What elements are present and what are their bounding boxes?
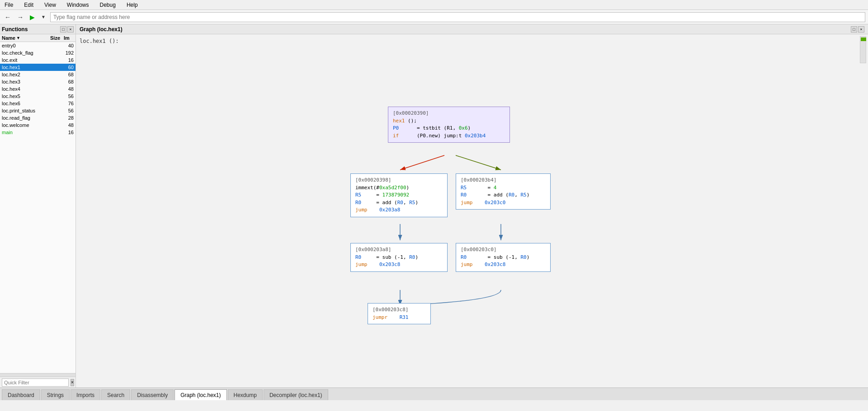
node-left[interactable]: [0x00020398] immext(#0xa5d2f00) R5 = 173… <box>350 173 448 217</box>
tab-decompiler--loc-hex1-[interactable]: Decompiler (loc.hex1) <box>264 389 328 400</box>
functions-header: Functions □ × <box>0 24 75 34</box>
node-mid-right[interactable]: [0x000203c0] R0 = sub (-1, R0) jump 0x20… <box>456 243 551 272</box>
node-left-addr: [0x00020398] <box>355 177 443 184</box>
func-size-label: 48 <box>57 86 75 92</box>
func-size-label: 16 <box>57 57 75 63</box>
node-mid-left-line1: R0 = sub (-1, R0) <box>355 254 443 262</box>
menubar: File Edit View Windows Debug Help <box>0 0 868 10</box>
tab-imports[interactable]: Imports <box>71 389 100 400</box>
col-header-name[interactable]: Name ▼ <box>0 34 44 42</box>
func-row-loc-hex2[interactable]: loc.hex268 <box>0 71 75 78</box>
node-root-line3: if (P0.new) jump:t 0x203b4 <box>393 132 505 140</box>
node-root[interactable]: [0x00020390] hex1 (); P0 = tstbit (R1, 0… <box>388 107 510 143</box>
graph-title: Graph (loc.hex1) <box>80 26 123 33</box>
func-size-label: 68 <box>57 79 75 85</box>
func-name-label: loc.read_flag <box>0 115 57 121</box>
func-label: loc.hex1 (): <box>80 38 119 44</box>
node-right-line3: jump 0x203c0 <box>461 199 546 207</box>
menu-file[interactable]: File <box>2 1 16 9</box>
func-row-loc-hex4[interactable]: loc.hex448 <box>0 85 75 93</box>
func-name-label: loc.hex5 <box>0 93 57 99</box>
quick-filter-input[interactable] <box>2 378 69 387</box>
tab-disassembly[interactable]: Disassembly <box>131 389 174 400</box>
bottom-tabs: DashboardStringsImportsSearchDisassembly… <box>0 388 868 400</box>
toolbar: ← → ▶ ▼ <box>0 10 868 24</box>
func-row-loc-hex6[interactable]: loc.hex676 <box>0 100 75 107</box>
col-header-imp[interactable]: Im <box>62 34 75 42</box>
func-size-label: 48 <box>57 122 75 128</box>
node-right-line2: R0 = add (R0, R5) <box>461 191 546 199</box>
func-row-loc-print_status[interactable]: loc.print_status56 <box>0 107 75 114</box>
main-layout: Functions □ × Name ▼ Size Im entry040loc… <box>0 24 868 388</box>
run-button[interactable]: ▶ <box>28 13 37 22</box>
func-row-loc-hex5[interactable]: loc.hex556 <box>0 93 75 100</box>
address-input[interactable] <box>50 12 865 22</box>
svg-line-3 <box>400 155 444 170</box>
graph-minimize-button[interactable]: □ <box>851 26 857 33</box>
func-size-label: 68 <box>57 71 75 78</box>
functions-panel-title: Functions <box>2 26 28 33</box>
node-left-line1: immext(#0xa5d2f00) <box>355 184 443 192</box>
func-name-label: loc.hex3 <box>0 79 57 85</box>
functions-scrollbar[interactable] <box>0 373 75 377</box>
func-name-label: loc.exit <box>0 57 57 63</box>
node-bottom[interactable]: [0x000203c8] jumpr R31 <box>368 303 431 324</box>
graph-close-button[interactable]: × <box>858 26 864 33</box>
node-bottom-line1: jumpr R31 <box>373 314 426 322</box>
func-row-main[interactable]: main16 <box>0 129 75 136</box>
func-name-label: loc.check_flag <box>0 50 57 56</box>
func-name-label: loc.hex6 <box>0 100 57 107</box>
menu-view[interactable]: View <box>42 1 59 9</box>
node-bottom-addr: [0x000203c8] <box>373 306 426 314</box>
tab-hexdump[interactable]: Hexdump <box>228 389 263 400</box>
graph-header-controls: □ × <box>851 26 864 33</box>
func-size-label: 56 <box>57 93 75 99</box>
panel-close-button[interactable]: × <box>67 26 74 33</box>
node-root-line2: P0 = tstbit (R1, 0x6) <box>393 125 505 132</box>
func-size-label: 28 <box>57 115 75 121</box>
node-root-line1: hex1 (); <box>393 117 505 125</box>
graph-area: Graph (loc.hex1) □ × loc.hex1 (): <box>76 24 868 388</box>
menu-debug[interactable]: Debug <box>97 1 118 9</box>
menu-help[interactable]: Help <box>124 1 141 9</box>
tab-graph--loc-hex1-[interactable]: Graph (loc.hex1) <box>175 389 226 400</box>
func-size-label: 76 <box>57 100 75 107</box>
graph-content[interactable]: loc.hex1 (): <box>76 34 868 388</box>
func-row-loc-welcome[interactable]: loc.welcome48 <box>0 121 75 129</box>
panel-controls: □ × <box>60 26 74 33</box>
tab-strings[interactable]: Strings <box>41 389 70 400</box>
run-dropdown-button[interactable]: ▼ <box>39 14 47 20</box>
tab-search[interactable]: Search <box>101 389 130 400</box>
func-name-label: loc.welcome <box>0 122 57 128</box>
func-row-entry0[interactable]: entry040 <box>0 42 75 49</box>
func-row-loc-hex3[interactable]: loc.hex368 <box>0 78 75 85</box>
menu-windows[interactable]: Windows <box>64 1 92 9</box>
func-row-loc-exit[interactable]: loc.exit16 <box>0 56 75 64</box>
node-left-line4: jump 0x203a8 <box>355 206 443 214</box>
func-name-label: loc.print_status <box>0 107 57 114</box>
node-mid-left-line2: jump 0x203c8 <box>355 261 443 269</box>
func-size-label: 40 <box>57 42 75 49</box>
node-mid-right-addr: [0x000203c0] <box>461 246 546 254</box>
forward-button[interactable]: → <box>15 13 25 22</box>
graph-header: Graph (loc.hex1) □ × <box>76 24 868 34</box>
col-header-size[interactable]: Size <box>44 34 62 42</box>
back-button[interactable]: ← <box>3 13 13 22</box>
clear-filter-button[interactable]: × <box>71 379 74 386</box>
func-name-label: entry0 <box>0 42 57 49</box>
func-row-loc-read_flag[interactable]: loc.read_flag28 <box>0 114 75 121</box>
panel-minimize-button[interactable]: □ <box>60 26 66 33</box>
menu-edit[interactable]: Edit <box>21 1 36 9</box>
func-row-loc-check_flag[interactable]: loc.check_flag192 <box>0 49 75 56</box>
functions-panel: Functions □ × Name ▼ Size Im entry040loc… <box>0 24 76 388</box>
node-right-line1: R5 = 4 <box>461 184 546 192</box>
tab-dashboard[interactable]: Dashboard <box>2 389 40 400</box>
func-size-label: 60 <box>57 64 75 70</box>
functions-list: entry040loc.check_flag192loc.exit16loc.h… <box>0 42 75 373</box>
svg-line-4 <box>456 155 501 170</box>
node-mid-left[interactable]: [0x000203a8] R0 = sub (-1, R0) jump 0x20… <box>350 243 448 272</box>
func-row-loc-hex1[interactable]: loc.hex160 <box>0 64 75 71</box>
func-name-label: loc.hex4 <box>0 86 57 92</box>
node-right[interactable]: [0x000203b4] R5 = 4 R0 = add (R0, R5) ju… <box>456 173 551 210</box>
node-mid-right-line1: R0 = sub (-1, R0) <box>461 254 546 262</box>
